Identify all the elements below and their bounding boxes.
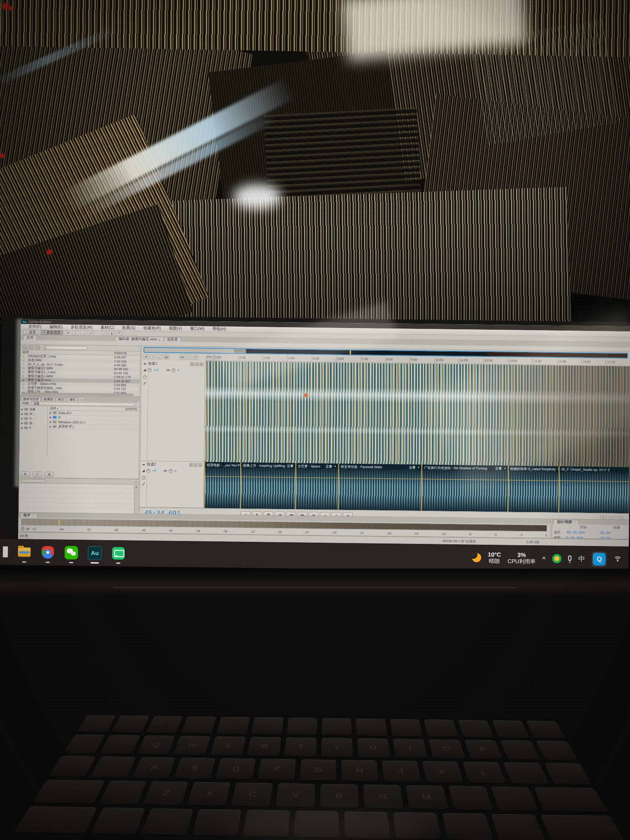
tab-editor[interactable]: 编辑器: 傲慢与偏见.sesx ▾	[115, 336, 164, 341]
solo-button[interactable]: S	[195, 362, 199, 366]
keyboard-key[interactable]: R	[247, 737, 281, 756]
pan-knob[interactable]	[171, 368, 176, 372]
slip-tool-icon[interactable]: ↔	[80, 331, 86, 335]
audio-clip[interactable]: 05_F. Chopin_Studio op. 10 n° 3	[558, 466, 629, 513]
multitrack-view-button[interactable]: ≡ 多轨混音	[41, 330, 63, 335]
razor-tool-icon[interactable]: I	[73, 331, 78, 335]
tray-chevron-icon[interactable]: ^	[542, 555, 546, 562]
start-button[interactable]	[3, 546, 8, 557]
pencil-icon[interactable]	[142, 482, 145, 486]
keyboard-key[interactable]: Q	[137, 735, 176, 754]
keyboard-key[interactable]	[491, 814, 546, 840]
taskbar-explorer[interactable]	[17, 545, 32, 559]
keyboard-key[interactable]: K	[422, 761, 464, 782]
volume-knob[interactable]	[146, 469, 150, 473]
snap-icon[interactable]: ∩	[186, 355, 192, 360]
close-icon[interactable]: ×	[32, 514, 34, 517]
metronome-icon[interactable]: ▲	[109, 331, 114, 336]
keyboard-key[interactable]: E	[210, 736, 246, 755]
keyboard-key[interactable]: U	[357, 738, 390, 758]
menu-item[interactable]: 视图(V)	[169, 326, 182, 331]
taskbar-audition[interactable]: Au	[88, 546, 102, 560]
menu-item[interactable]: 效果(S)	[122, 325, 136, 331]
undo-icon[interactable]: ↶	[116, 331, 122, 336]
keyboard-key[interactable]	[448, 786, 494, 810]
keyboard-key[interactable]: N	[363, 785, 404, 808]
keyboard-key[interactable]	[356, 719, 387, 736]
menu-item[interactable]: 文件(F)	[28, 324, 41, 330]
menu-item[interactable]: 编辑(E)	[49, 324, 63, 330]
keyboard-key[interactable]	[100, 735, 140, 754]
audio-clip[interactable]: 再见华尔兹 - Farewell Waltz音量▼	[338, 464, 422, 511]
insert-multitrack-icon[interactable]	[35, 345, 40, 349]
track-2-header[interactable]: ⇻ 轨道2 M S R ◢ +0 ⋈	[140, 461, 204, 508]
content-dropdown[interactable]: 设备 ▾	[31, 402, 137, 407]
lock-icon[interactable]	[21, 528, 24, 530]
razor-tool-icon[interactable]: I	[150, 354, 155, 359]
undo-icon[interactable]: ↶	[193, 355, 198, 360]
audio-clip[interactable]: 犯罪电影 - _oes Not Pay▼	[204, 462, 240, 509]
arm-record-button[interactable]: R	[200, 362, 203, 366]
audio-clip[interactable]: 缓慢上升 - Inspiring Uplifting音量▼	[240, 462, 295, 509]
clip-volume-badge[interactable]: 音量	[287, 464, 294, 468]
keyboard-key[interactable]	[63, 735, 105, 753]
menu-item[interactable]: 多轨混音(M)	[71, 325, 92, 331]
tab-3[interactable]: 属性	[67, 397, 78, 402]
keyboard-key[interactable]: A	[132, 757, 176, 778]
wifi-icon[interactable]	[614, 556, 623, 562]
keyboard-key[interactable]	[32, 780, 105, 803]
keyboard-key[interactable]: H	[341, 760, 379, 781]
mute-button[interactable]: M	[190, 362, 194, 366]
column-duration[interactable]: 持续时间	[114, 351, 139, 355]
keyboard-key[interactable]: Z	[143, 781, 189, 805]
preview-play-button[interactable]: ▶	[21, 471, 30, 476]
shortcut-item[interactable]: ▶F:	[20, 425, 47, 430]
move-tool-icon[interactable]: ⇄	[143, 354, 149, 359]
keyboard-key[interactable]	[492, 720, 530, 738]
clip-label[interactable]: 太空梦 - Space音量▼	[296, 463, 338, 469]
keyboard-key[interactable]: P	[464, 740, 503, 759]
keyboard-key[interactable]: S	[174, 758, 216, 779]
chevron-down-icon[interactable]: ▾	[159, 338, 160, 341]
solo-button[interactable]: S	[194, 463, 197, 467]
keyboard-key[interactable]	[458, 720, 494, 738]
clip-volume-badge[interactable]: 音量	[409, 465, 415, 470]
keyboard-key[interactable]: V	[276, 783, 315, 807]
keyboard-key[interactable]	[286, 718, 318, 735]
qq-tray-highlight[interactable]: Q	[591, 551, 606, 567]
keyboard-key[interactable]: O	[428, 739, 465, 759]
power-icon[interactable]	[143, 375, 146, 379]
keyboard-key[interactable]: T	[284, 738, 316, 757]
keyboard-key[interactable]	[322, 718, 352, 735]
keyboard-key[interactable]	[91, 808, 145, 834]
keyboard-key[interactable]	[216, 717, 250, 734]
shortcut-item[interactable]: ▶新…	[20, 420, 47, 425]
shortcut-item[interactable]: ▶D…	[20, 416, 47, 421]
keyboard-key[interactable]: J	[382, 761, 421, 782]
crossfade-icon[interactable]: ⋈	[179, 355, 185, 360]
keyboard-key[interactable]	[500, 740, 541, 760]
mute-button[interactable]: M	[189, 463, 193, 467]
taskbar-wechat[interactable]	[64, 546, 79, 560]
keyboard-key[interactable]: Y	[321, 738, 353, 757]
waveform-view-button[interactable]: ~ 波形	[23, 330, 39, 334]
close-icon[interactable]: ×	[574, 521, 575, 524]
audio-clip[interactable]: 太空梦 - Space音量▼	[295, 463, 339, 509]
column-duration[interactable]: 持续时间	[125, 407, 137, 411]
shortcut-item[interactable]: ▶W…	[20, 411, 47, 416]
keyboard-key[interactable]: M	[406, 785, 449, 809]
tab-selection-view[interactable]: 选区/视图 ×	[554, 520, 579, 525]
orange-marker-icon[interactable]	[304, 394, 307, 397]
keyboard-key[interactable]	[442, 813, 494, 840]
keyboard-key[interactable]: C	[231, 782, 273, 806]
keyboard-key[interactable]: F	[257, 759, 296, 780]
tab-files[interactable]: 文件	[23, 335, 37, 340]
pencil-icon[interactable]	[143, 381, 146, 385]
keyboard-key[interactable]	[99, 781, 147, 804]
keyboard-key[interactable]	[181, 717, 216, 734]
keyboard-key[interactable]	[90, 756, 136, 777]
clip-volume-badge[interactable]: 音量	[326, 464, 332, 469]
column-name[interactable]: 名称	[50, 406, 56, 410]
keyboard-key[interactable]	[534, 787, 607, 812]
pan-value[interactable]: 0	[174, 469, 176, 473]
